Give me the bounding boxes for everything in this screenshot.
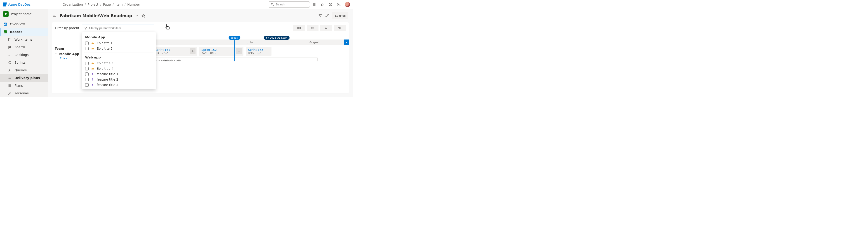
svg-rect-12 (6, 24, 6, 25)
nav-plans[interactable]: Plans (0, 82, 48, 90)
nav-label: Delivery plans (14, 76, 40, 80)
fullscreen-icon[interactable] (325, 14, 329, 18)
dropdown-item-feature-3[interactable]: feature title 3 (82, 82, 156, 88)
project-selector[interactable]: C Project name (0, 9, 48, 19)
svg-line-37 (327, 14, 329, 15)
nav-queries[interactable]: Queries (0, 66, 48, 74)
dropdown-group-mobile: Mobile App (82, 34, 156, 40)
dropdown-item-feature-2[interactable]: feature title 2 (82, 77, 156, 82)
filter-parent-input-wrap[interactable] (82, 25, 154, 31)
dropdown-item-label: feature title 2 (97, 78, 119, 81)
product-logo[interactable]: Azure DevOps (3, 2, 31, 6)
personas-icon (8, 91, 12, 95)
fy-line (277, 40, 277, 61)
page-title: Fabrikam Mobile/Web Roadmap (60, 13, 132, 18)
avatar[interactable] (345, 2, 350, 7)
sidebar: C Project name Overview Boards Work item… (0, 9, 48, 97)
dropdown-item-epic-1[interactable]: Epic tite 1 (82, 40, 156, 46)
dropdown-item-epic-2[interactable]: Epic tite 2 (82, 46, 156, 51)
crumb-separator: / (85, 3, 86, 6)
kanban-icon (8, 45, 12, 49)
zoom-in-button[interactable] (334, 25, 346, 31)
star-icon[interactable] (142, 14, 145, 18)
work-items-icon (8, 37, 12, 41)
sprint-151[interactable]: Sprint 151 7/4 - 7/22 + (153, 47, 197, 56)
sprint-152[interactable]: Sprint 152 7/25 - 8/12 + (199, 47, 243, 56)
list-icon[interactable] (312, 2, 316, 6)
dropdown-item-epic-4[interactable]: Epic title 4 (82, 66, 156, 71)
team-mobile-app[interactable]: Mobile App (55, 52, 84, 56)
azure-devops-icon (3, 2, 7, 6)
help-icon[interactable] (329, 2, 333, 6)
add-card-button[interactable]: + (236, 48, 242, 54)
trophy-icon (91, 83, 94, 87)
trophy-icon (91, 72, 94, 76)
crumb-item[interactable]: Item (116, 3, 123, 6)
svg-rect-40 (311, 27, 314, 28)
chevron-down-icon[interactable] (135, 14, 138, 18)
dropdown-item-epic-3[interactable]: Epic title 3 (82, 61, 156, 66)
checkbox[interactable] (85, 47, 89, 50)
global-header: Azure DevOps Organization / Project / Pa… (0, 0, 353, 9)
sprint-range: 7/4 - 7/22 (155, 52, 195, 55)
delivery-plans-icon (8, 76, 12, 80)
checkbox[interactable] (85, 72, 89, 76)
nav-boards-sub[interactable]: Boards (0, 43, 48, 51)
global-search[interactable] (269, 1, 309, 8)
settings-button[interactable]: Settings (332, 12, 348, 19)
crumb-organization[interactable]: Organization (63, 3, 83, 6)
crumb-separator: / (113, 3, 114, 6)
today-marker: today (229, 36, 240, 40)
crumb-page[interactable]: Page (103, 3, 111, 6)
nav-sprints[interactable]: Sprints (0, 59, 48, 66)
chevron-down-icon (55, 53, 57, 55)
zoom-out-button[interactable] (320, 25, 332, 31)
expand-rows-button[interactable] (307, 25, 318, 31)
svg-rect-15 (8, 46, 9, 48)
svg-line-38 (326, 16, 327, 17)
nav-backlogs[interactable]: Backlogs (0, 51, 48, 59)
nav-overview[interactable]: Overview (0, 20, 48, 28)
filter-icon (84, 26, 87, 30)
checkbox[interactable] (85, 83, 89, 87)
nav-boards-main[interactable]: Boards (0, 28, 48, 36)
fy-marker: FY 2023 Q1 Start (264, 36, 289, 40)
nav-label: Backlogs (14, 53, 29, 57)
sprint-153[interactable]: Sprint 153 8/15 - 9/2 (246, 47, 272, 56)
nav-personas[interactable]: Personas (0, 90, 48, 97)
svg-rect-17 (10, 46, 11, 48)
search-input[interactable] (276, 3, 314, 6)
nav-label: Boards (10, 30, 22, 34)
svg-point-0 (271, 3, 273, 5)
team-epics-link[interactable]: Epics (60, 57, 84, 60)
shopping-bag-icon[interactable] (320, 2, 324, 6)
sprint-name: Sprint 151 (155, 48, 195, 52)
checkbox[interactable] (85, 67, 89, 70)
dropdown-item-label: feature title 1 (97, 72, 119, 76)
checkbox[interactable] (85, 41, 89, 45)
user-settings-icon[interactable] (337, 2, 341, 6)
svg-line-22 (10, 70, 11, 71)
sprints-icon (8, 61, 12, 65)
nav-delivery-plans[interactable]: Delivery plans (0, 74, 48, 82)
nav-work-items[interactable]: Work items (0, 36, 48, 43)
crumb-number[interactable]: Number (127, 3, 140, 6)
svg-marker-36 (319, 14, 322, 17)
checkbox[interactable] (85, 78, 89, 81)
svg-marker-39 (84, 27, 87, 29)
dependencies-button[interactable] (293, 25, 305, 31)
filter-parent-input[interactable] (89, 26, 152, 30)
add-card-button[interactable]: + (190, 48, 195, 54)
dropdown-item-feature-1[interactable]: feature title 1 (82, 71, 156, 77)
filter-label: Filter by parent (55, 26, 79, 30)
svg-rect-14 (8, 38, 11, 41)
crown-icon (91, 61, 94, 65)
breadcrumb: Organization / Project / Page / Item / N… (63, 3, 140, 6)
checkbox[interactable] (85, 62, 89, 65)
svg-rect-10 (4, 24, 5, 25)
filter-icon[interactable] (318, 14, 322, 18)
crown-icon (91, 67, 94, 70)
crumb-project[interactable]: Project (88, 3, 98, 6)
svg-point-7 (338, 3, 339, 4)
scroll-next-button[interactable] (344, 39, 349, 45)
